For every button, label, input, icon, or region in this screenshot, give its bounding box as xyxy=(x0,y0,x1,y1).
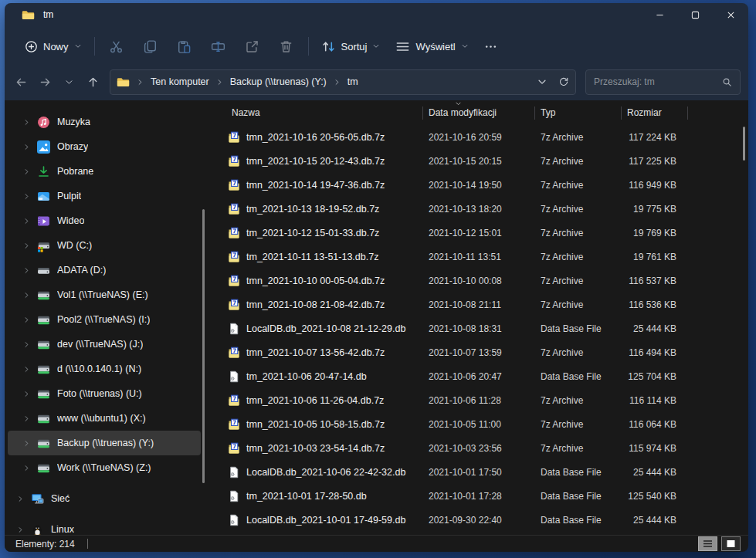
file-row[interactable]: tm_2021-10-01 17-28-50.db2021-10-01 17:2… xyxy=(219,484,748,508)
file-row[interactable]: 7tmn_2021-10-08 21-08-42.db.7z2021-10-08… xyxy=(219,293,748,316)
toolbar: Nowy Sortuj Wyświetl xyxy=(5,26,748,66)
maximize-button[interactable] xyxy=(677,3,713,26)
more-button[interactable] xyxy=(476,34,505,59)
sidebar-item[interactable]: Obrazy xyxy=(8,134,201,159)
icons-view-button[interactable] xyxy=(721,536,741,551)
drive-network-icon xyxy=(37,387,50,401)
sidebar-item[interactable]: d (\\10.0.140.1) (N:) xyxy=(8,357,201,381)
file-row[interactable]: 7tmn_2021-10-10 00-05-04.db.7z2021-10-10… xyxy=(219,269,748,293)
close-button[interactable] xyxy=(713,3,748,26)
svg-text:7: 7 xyxy=(232,395,236,402)
sidebar-item[interactable]: Linux xyxy=(8,517,201,535)
folder-icon xyxy=(117,76,130,88)
sidebar-item[interactable]: Sieć xyxy=(8,486,201,511)
delete-button[interactable] xyxy=(270,33,303,60)
sidebar-item[interactable]: www (\\ubuntu1) (X:) xyxy=(8,406,201,431)
file-row[interactable]: 7tm_2021-10-11 13-51-13.db.7z2021-10-11 … xyxy=(219,245,748,269)
sort-button[interactable]: Sortuj xyxy=(314,33,388,60)
file-row[interactable]: 7tm_2021-10-12 15-01-33.db.7z2021-10-12 … xyxy=(219,221,748,245)
chevron-right-icon xyxy=(23,144,30,150)
file-type: 7z Archive xyxy=(534,443,621,454)
file-name-cell: 7tmn_2021-10-10 00-05-04.db.7z xyxy=(219,275,422,287)
sidebar-item[interactable]: Muzyka xyxy=(8,110,201,134)
file-size: 19 761 KB xyxy=(621,252,687,262)
copy-button[interactable] xyxy=(134,33,168,60)
file-name: tm_2021-10-11 13-51-13.db.7z xyxy=(246,252,378,262)
drive-network-icon xyxy=(37,313,50,326)
back-button[interactable] xyxy=(9,70,33,94)
file-date: 2021-10-12 15:01 xyxy=(422,228,534,238)
rename-button[interactable] xyxy=(202,33,236,60)
copy-icon xyxy=(143,39,158,54)
sidebar-item[interactable]: WD (C:) xyxy=(8,233,201,258)
file-name: LocalDB.db_2021-10-01 17-49-59.db xyxy=(246,515,405,526)
svg-text:7: 7 xyxy=(232,204,236,211)
breadcrumb-item[interactable]: Backup (\\truenas) (Y:) xyxy=(229,74,328,90)
column-header-name[interactable]: Nazwa xyxy=(219,100,422,125)
plus-circle-icon xyxy=(25,40,38,53)
file-date: 2021-10-16 20:59 xyxy=(422,132,534,143)
file-size: 19 775 KB xyxy=(621,204,687,215)
file-row[interactable]: 7tmn_2021-10-14 19-47-36.db.7z2021-10-14… xyxy=(219,173,748,197)
file-7z-icon: 7 xyxy=(228,131,240,144)
drive-network-icon xyxy=(37,289,50,302)
share-button[interactable] xyxy=(236,33,270,60)
sidebar-item[interactable]: Pulpit xyxy=(8,184,201,208)
sidebar-item[interactable]: Pool2 (\\TrueNAS) (I:) xyxy=(8,307,201,332)
new-button[interactable]: Nowy xyxy=(17,34,90,59)
file-7z-icon: 7 xyxy=(228,418,240,431)
cut-button[interactable] xyxy=(100,33,134,60)
file-row[interactable]: LocalDB.db_2021-10-01 17-49-59.db2021-09… xyxy=(219,508,748,532)
file-db-icon xyxy=(228,514,240,526)
sidebar-item[interactable]: Vol1 (\\TrueNAS) (E:) xyxy=(8,282,201,307)
sidebar-item-label: d (\\10.0.140.1) (N:) xyxy=(57,364,141,374)
file-row[interactable]: 7tmn_2021-10-15 20-12-43.db.7z2021-10-15… xyxy=(219,149,748,173)
file-date: 2021-10-07 13:59 xyxy=(422,347,534,358)
refresh-icon[interactable] xyxy=(558,76,569,87)
column-header-size[interactable]: Rozmiar xyxy=(621,100,687,125)
address-bar[interactable]: Ten komputerBackup (\\truenas) (Y:)tm xyxy=(110,69,576,95)
sidebar-item-label: ADATA (D:) xyxy=(57,265,106,276)
file-row[interactable]: LocalDB.db_2021-10-06 22-42-32.db2021-10… xyxy=(219,460,748,484)
sidebar-item[interactable]: Work (\\TrueNAS) (Z:) xyxy=(8,455,201,480)
search-input[interactable] xyxy=(594,76,722,87)
sidebar-item[interactable]: dev (\\TrueNAS) (J:) xyxy=(8,332,201,357)
list-scrollbar[interactable] xyxy=(743,127,745,161)
breadcrumb-item[interactable]: tm xyxy=(346,74,360,90)
address-dropdown-icon[interactable] xyxy=(537,76,548,87)
file-row[interactable]: 7tm_2021-10-13 18-19-52.db.7z2021-10-13 … xyxy=(219,197,748,221)
view-button[interactable]: Wyświetl xyxy=(388,33,476,60)
file-row[interactable]: 7tmn_2021-10-05 10-58-15.db.7z2021-10-05… xyxy=(219,412,748,436)
status-divider xyxy=(87,539,88,549)
minimize-button[interactable] xyxy=(642,3,677,26)
paste-button[interactable] xyxy=(168,33,202,60)
file-row[interactable]: 7tmn_2021-10-16 20-56-05.db.7z2021-10-16… xyxy=(219,125,748,149)
file-type: Data Base File xyxy=(534,371,621,382)
file-name-cell: 7tm_2021-10-13 18-19-52.db.7z xyxy=(219,203,422,215)
column-header-type[interactable]: Typ xyxy=(534,100,621,125)
file-row[interactable]: LocalDB.db_2021-10-08 21-12-29.db2021-10… xyxy=(219,316,748,340)
file-row[interactable]: tm_2021-10-06 20-47-14.db2021-10-06 20:4… xyxy=(219,364,748,388)
sidebar-item[interactable]: ADATA (D:) xyxy=(8,258,201,282)
details-view-button[interactable] xyxy=(698,536,717,551)
file-name-cell: LocalDB.db_2021-10-06 22-42-32.db xyxy=(219,466,422,479)
sidebar-item[interactable]: Pobrane xyxy=(8,159,201,184)
file-row[interactable]: 7tmn_2021-10-03 23-54-14.db.7z2021-10-03… xyxy=(219,436,748,460)
breadcrumb-item[interactable]: Ten komputer xyxy=(149,74,211,90)
view-list-icon xyxy=(395,39,410,54)
svg-text:7: 7 xyxy=(232,252,236,259)
file-type: 7z Archive xyxy=(534,419,621,430)
column-header-date[interactable]: Data modyfikacji xyxy=(422,100,534,125)
recent-locations-button[interactable] xyxy=(57,70,81,94)
file-7z-icon: 7 xyxy=(228,347,240,359)
drive-network-icon xyxy=(37,363,50,376)
sidebar-item[interactable]: Wideo xyxy=(8,208,201,233)
file-row[interactable]: 7tmn_2021-10-07 13-56-42.db.7z2021-10-07… xyxy=(219,340,748,364)
up-button[interactable] xyxy=(81,70,105,94)
file-name: tm_2021-10-12 15-01-33.db.7z xyxy=(246,228,379,238)
forward-button[interactable] xyxy=(33,70,57,94)
sidebar-item[interactable]: Backup (\\truenas) (Y:) xyxy=(8,431,201,455)
column-label: Rozmiar xyxy=(627,107,662,118)
file-row[interactable]: 7tmn_2021-10-06 11-26-04.db.7z2021-10-06… xyxy=(219,388,748,412)
sidebar-item[interactable]: Foto (\\truenas) (U:) xyxy=(8,381,201,406)
